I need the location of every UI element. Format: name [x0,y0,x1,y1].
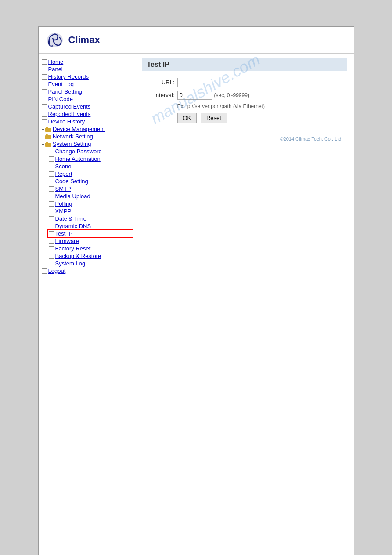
sidebar-item-label: Device History [48,118,85,125]
plus-icon: + [42,134,44,139]
sidebar-item-label: PIN Code [48,96,73,102]
page-icon [49,201,54,207]
example-text: Ex: ip://server:port/path (via Ethernet) [177,103,347,109]
sidebar-item-label: Event Log [48,81,74,87]
copyright: ©2014 Climax Tech. Co., Ltd. [142,136,347,141]
plus-icon: + [42,127,44,132]
sidebar-item-label: Logout [48,268,66,274]
test-ip-form: URL: Interval: (sec, 0~99999) Ex: ip://s… [146,78,347,123]
sidebar-item-label: Device Management [53,126,105,132]
sidebar-item-label: Panel [48,66,63,73]
content-area: manualshive.com Test IP URL: Interval: (… [135,54,354,555]
url-row: URL: [146,78,347,87]
sidebar-item-reported-events[interactable]: Reported Events [41,110,133,118]
page-icon [49,216,54,221]
sidebar-item-label: Code Setting [55,178,88,185]
sidebar-item-label: History Records [48,73,89,80]
sidebar: HomePanelHistory RecordsEvent LogPanel S… [39,54,135,555]
page-icon [49,254,54,259]
sidebar-item-label: SMTP [55,185,71,192]
sidebar-item-label: Captured Events [48,103,91,110]
svg-rect-6 [46,142,48,143]
page-icon [49,209,54,214]
sidebar-item-smtp[interactable]: SMTP [48,185,133,192]
sidebar-item-xmpp[interactable]: XMPP [48,207,133,215]
sidebar-item-home[interactable]: Home [41,58,133,65]
sidebar-item-label: Backup & Restore [55,253,101,259]
reset-button[interactable]: Reset [201,113,227,123]
sidebar-item-event-log[interactable]: Event Log [41,80,133,88]
sidebar-item-label: Media Upload [55,193,90,200]
page-icon [49,261,54,266]
page-icon [42,74,47,80]
sidebar-item-polling[interactable]: Polling [48,200,133,207]
sidebar-item-factory-reset[interactable]: Factory Reset [48,245,133,252]
sidebar-item-label: Report [55,170,72,177]
sidebar-item-label: Reported Events [48,111,91,117]
header: Climax [39,27,354,54]
sidebar-group-device-management[interactable]: +Device Management [41,125,133,133]
sidebar-item-device-history[interactable]: Device History [41,118,133,125]
sidebar-item-label: System Setting [53,141,91,147]
sidebar-item-label: System Log [55,260,86,267]
sidebar-item-panel[interactable]: Panel [41,65,133,73]
sidebar-item-home-automation[interactable]: Home Automation [48,155,133,163]
sidebar-item-date-time[interactable]: Date & Time [48,215,133,222]
sidebar-item-media-upload[interactable]: Media Upload [48,192,133,200]
page-icon [42,89,47,94]
sidebar-item-pin-code[interactable]: PIN Code [41,95,133,103]
sidebar-item-label: Date & Time [55,215,87,222]
page-icon [42,119,47,124]
sidebar-item-label: Polling [55,200,72,207]
svg-rect-4 [46,134,48,136]
interval-hint: (sec, 0~99999) [214,92,249,98]
sidebar-group-network-setting[interactable]: +Network Setting [41,133,133,140]
folder-icon [45,127,51,132]
sidebar-item-system-log[interactable]: System Log [48,260,133,267]
svg-rect-3 [45,135,51,139]
page-icon [49,171,54,177]
sidebar-item-label: Home Automation [55,156,101,162]
sidebar-item-panel-setting[interactable]: Panel Setting [41,88,133,95]
interval-row: Interval: (sec, 0~99999) [146,91,347,100]
main-content: HomePanelHistory RecordsEvent LogPanel S… [39,54,354,555]
sidebar-item-backup-restore[interactable]: Backup & Restore [48,252,133,260]
logo-area: Climax [45,31,100,49]
sidebar-item-code-setting[interactable]: Code Setting [48,178,133,185]
svg-rect-2 [46,127,48,128]
sidebar-item-label: Network Setting [53,133,93,140]
sidebar-item-history-records[interactable]: History Records [41,73,133,80]
sidebar-item-label: XMPP [55,208,72,214]
page-icon [49,231,54,236]
sidebar-item-test-ip[interactable]: Test IP [48,230,133,237]
page-icon [49,156,54,162]
sidebar-item-scene[interactable]: Scene [48,163,133,170]
sidebar-item-firmware[interactable]: Firmware [48,237,133,245]
main-window: Climax HomePanelHistory RecordsEvent Log… [38,26,354,555]
sidebar-item-label: Test IP [55,230,73,237]
sidebar-item-label: Scene [55,163,72,170]
interval-input[interactable] [177,91,212,100]
page-icon [49,164,54,169]
content-title: Test IP [142,58,347,71]
logo-text: Climax [68,34,100,46]
folder-icon [45,134,51,139]
sidebar-item-report[interactable]: Report [48,170,133,178]
page-icon [49,179,54,184]
sidebar-item-logout[interactable]: Logout [41,267,133,275]
sidebar-item-captured-events[interactable]: Captured Events [41,103,133,110]
sidebar-group-system-setting[interactable]: −System Setting [41,140,133,148]
page-icon [42,268,47,274]
sidebar-item-change-password[interactable]: Change Password [48,148,133,155]
url-input[interactable] [177,78,313,87]
interval-label: Interval: [146,92,175,98]
page-icon [42,82,47,87]
sidebar-item-dynamic-dns[interactable]: Dynamic DNS [48,222,133,230]
page-icon [42,104,47,109]
ok-button[interactable]: OK [177,113,197,123]
page-icon [42,112,47,117]
minus-icon: − [42,141,44,147]
page-icon [49,224,54,229]
climax-logo-icon [45,31,65,49]
url-label: URL: [146,79,175,86]
